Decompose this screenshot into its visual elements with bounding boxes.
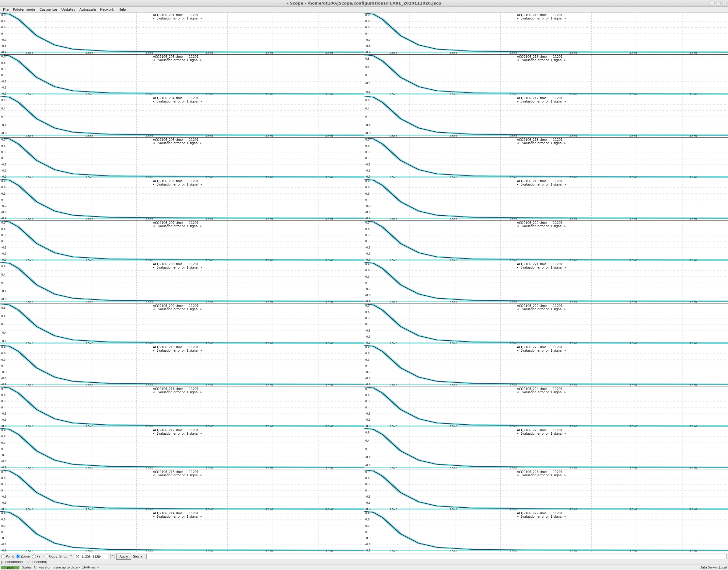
plot-column-right: ACQ2106_215 shot: 11201 < Evaluation err… — [364, 13, 728, 553]
mode-copy[interactable]: Copy — [44, 555, 57, 558]
plot-acq2106_206[interactable]: ACQ2106_206 shot: 11201 < Evaluation err… — [0, 179, 364, 221]
plot-acq2106_222[interactable]: ACQ2106_222 shot: 11201 < Evaluation err… — [364, 304, 728, 345]
plot-acq2106_215[interactable]: ACQ2106_215 shot: 11201 < Evaluation err… — [364, 13, 728, 55]
menubar: FilePointer modeCustomizeUpdatesAutoscal… — [0, 7, 728, 13]
plot-acq2106_217[interactable]: ACQ2106_217 shot: 11201 < Evaluation err… — [364, 96, 728, 138]
mode-zoom[interactable]: Zoom — [16, 555, 30, 558]
shot-input[interactable] — [75, 554, 108, 559]
shot-label: Shot — [59, 555, 67, 558]
menu-updates[interactable]: Updates — [59, 7, 77, 12]
plot-acq2106_226[interactable]: ACQ2106_226 shot: 11201 < Evaluation err… — [364, 470, 728, 512]
status-message: Status: All waveforms are up to date < 1… — [22, 566, 99, 569]
menu-file[interactable]: File — [1, 7, 10, 12]
plot-acq2106_209[interactable]: ACQ2106_209 shot: 11201 < Evaluation err… — [0, 304, 364, 345]
plot-acq2106_214[interactable]: ACQ2106_214 shot: 11201 < Evaluation err… — [0, 511, 364, 553]
plot-acq2106_223[interactable]: ACQ2106_223 shot: 11201 < Evaluation err… — [364, 345, 728, 387]
plot-acq2106_225[interactable]: ACQ2106_225 shot: 11201 < Evaluation err… — [364, 428, 728, 470]
plot-acq2106_220[interactable]: ACQ2106_220 shot: 11201 < Evaluation err… — [364, 221, 728, 263]
menu-pointer-mode[interactable]: Pointer mode — [11, 7, 37, 12]
plot-acq2106_212[interactable]: ACQ2106_212 shot: 11201 < Evaluation err… — [0, 428, 364, 470]
coord-status: [0.000000000 , 0.000000000] — [0, 560, 728, 565]
plot-grid: ACQ2106_201 shot: 11201 < Evaluation err… — [0, 13, 728, 553]
window-title: - Scope - /home/dt100/jScope/configurati… — [0, 1, 728, 5]
plot-acq2106_216[interactable]: ACQ2106_216 shot: 11201 < Evaluation err… — [364, 55, 728, 96]
menu-customize[interactable]: Customize — [38, 7, 59, 12]
toolbar: Point Zoom Pan Copy Shot ◂ ▸ Apply Signa… — [0, 553, 728, 560]
status-bar: 100% Status: All waveforms are up to dat… — [0, 565, 728, 570]
menu-help[interactable]: Help — [117, 7, 128, 12]
plot-acq2106_207[interactable]: ACQ2106_207 shot: 11201 < Evaluation err… — [0, 221, 364, 263]
plot-acq2106_201[interactable]: ACQ2106_201 shot: 11201 < Evaluation err… — [0, 13, 364, 55]
titlebar: - Scope - /home/dt100/jScope/configurati… — [0, 0, 728, 7]
plot-acq2106_211[interactable]: ACQ2106_211 shot: 11201 < Evaluation err… — [0, 387, 364, 429]
menu-network[interactable]: Network — [98, 7, 116, 12]
plot-acq2106_210[interactable]: ACQ2106_210 shot: 11201 < Evaluation err… — [0, 345, 364, 387]
plot-acq2106_213[interactable]: ACQ2106_213 shot: 11201 < Evaluation err… — [0, 470, 364, 512]
plot-acq2106_221[interactable]: ACQ2106_221 shot: 11201 < Evaluation err… — [364, 262, 728, 304]
maximize-button[interactable]: ▫ — [716, 1, 721, 5]
plot-acq2106_205[interactable]: ACQ2106_205 shot: 11201 < Evaluation err… — [0, 138, 364, 180]
progress-bar: 100% — [1, 566, 19, 569]
plot-acq2106_227[interactable]: ACQ2106_227 shot: 11201 < Evaluation err… — [364, 511, 728, 553]
menu-autoscale[interactable]: Autoscale — [77, 7, 98, 12]
close-button[interactable]: × — [722, 1, 727, 5]
plot-column-left: ACQ2106_201 shot: 11201 < Evaluation err… — [0, 13, 364, 553]
plot-acq2106_224[interactable]: ACQ2106_224 shot: 11201 < Evaluation err… — [364, 387, 728, 429]
minimize-button[interactable]: – — [710, 1, 715, 5]
apply-button[interactable]: Apply — [116, 554, 132, 560]
data-server: Data Server:Local — [700, 566, 727, 569]
shot-decrement[interactable]: ◂ — [69, 554, 73, 559]
mode-point[interactable]: Point — [1, 555, 14, 558]
plot-acq2106_204[interactable]: ACQ2106_204 shot: 11201 < Evaluation err… — [0, 96, 364, 138]
plot-acq2106_219[interactable]: ACQ2106_219 shot: 11201 < Evaluation err… — [364, 179, 728, 221]
plot-acq2106_208[interactable]: ACQ2106_208 shot: 11201 < Evaluation err… — [0, 262, 364, 304]
signal-input[interactable] — [146, 554, 727, 559]
plot-acq2106_218[interactable]: ACQ2106_218 shot: 11201 < Evaluation err… — [364, 138, 728, 180]
signal-label: Signal: — [133, 555, 145, 558]
plot-acq2106_203[interactable]: ACQ2106_203 shot: 11201 < Evaluation err… — [0, 55, 364, 96]
mode-pan[interactable]: Pan — [32, 555, 43, 558]
shot-increment[interactable]: ▸ — [110, 554, 115, 559]
